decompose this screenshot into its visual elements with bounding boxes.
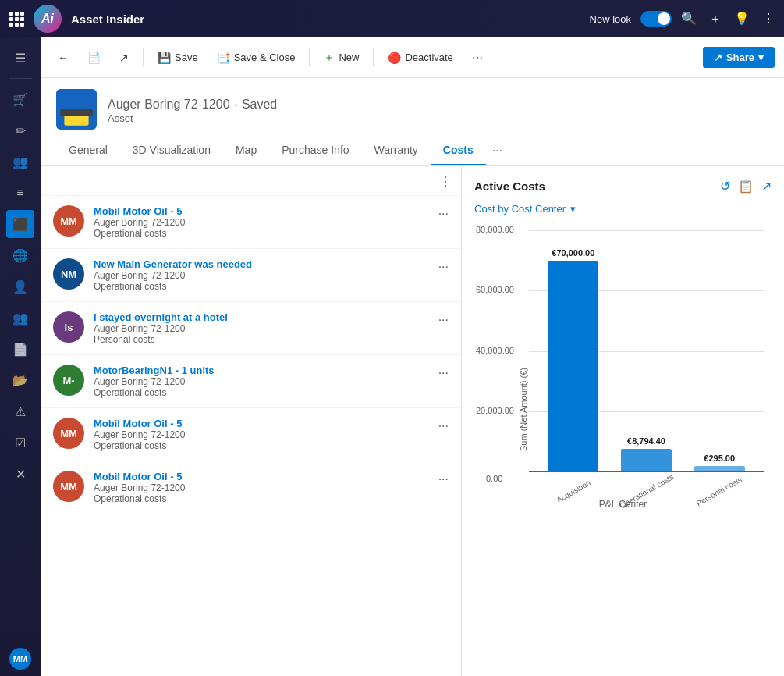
sidebar-item-warning[interactable]: ⚠ <box>6 397 34 425</box>
record-info: Auger Boring 72-1200 - Saved Asset <box>108 94 277 124</box>
share-chevron-icon: ▾ <box>758 52 764 63</box>
cost-item-avatar: M- <box>53 365 84 396</box>
save-icon: 💾 <box>158 52 171 64</box>
cost-item-type: Operational costs <box>94 493 429 504</box>
new-icon: ＋ <box>324 51 335 65</box>
cost-item-asset: Auger Boring 72-1200 <box>94 217 429 228</box>
x-labels: Acquisition Operational costs Personal c… <box>529 486 764 496</box>
back-icon: ← <box>58 52 69 64</box>
chart-panel: Active Costs ↺ 📋 ↗ Cost by Cost Center ▾… <box>462 166 784 676</box>
save-button[interactable]: 💾 Save <box>150 47 206 69</box>
record-saved-label: - Saved <box>234 98 277 111</box>
sidebar-item-user[interactable]: 👤 <box>6 272 34 301</box>
tab-costs[interactable]: Costs <box>431 136 486 165</box>
sidebar-item-list[interactable]: ≡ <box>6 179 34 207</box>
toolbar: ← 📄 ↗ 💾 Save 📑 Save & Close ＋ New 🔴 Deac… <box>41 37 784 78</box>
record-title: Auger Boring 72-1200 - Saved <box>108 94 277 112</box>
sidebar-item-doc[interactable]: 📄 <box>6 335 34 363</box>
save-close-button[interactable]: 📑 Save & Close <box>209 47 303 69</box>
app-grid-icon[interactable] <box>9 12 24 27</box>
new-button[interactable]: ＋ New <box>316 46 367 69</box>
cost-item-asset: Auger Boring 72-1200 <box>94 270 429 281</box>
cost-item-menu-button[interactable]: ··· <box>438 419 449 433</box>
more-icon[interactable]: ⋮ <box>762 11 775 27</box>
user-avatar[interactable]: MM <box>9 648 31 670</box>
cost-item-details: MotorBearingN1 - 1 units Auger Boring 72… <box>94 365 429 398</box>
tab-bar: General 3D Visualization Map Purchase In… <box>56 136 768 165</box>
cost-item-menu-button[interactable]: ··· <box>438 366 449 380</box>
refresh-icon[interactable]: ↺ <box>720 179 730 194</box>
y-axis-label: Sum (Net Amount) (€) <box>519 368 528 451</box>
list-item: Is I stayed overnight at a hotel Auger B… <box>41 302 461 355</box>
sidebar-item-folder[interactable]: 📂 <box>6 366 34 394</box>
share-button[interactable]: ↗ Share ▾ <box>703 47 775 68</box>
save-close-icon: 📑 <box>217 52 230 64</box>
left-sidebar: ☰ 🛒 ✏ 👥 ≡ ⬛ 🌐 👤 👥 📄 📂 ⚠ ☑ ✕ MM <box>0 37 41 676</box>
list-item: MM Mobil Motor Oil - 5 Auger Boring 72-1… <box>41 461 461 514</box>
cost-item-type: Personal costs <box>94 334 429 345</box>
sidebar-item-hamburger[interactable]: ☰ <box>6 44 34 72</box>
sidebar-item-cart[interactable]: 🛒 <box>6 85 34 113</box>
cost-item-name[interactable]: Mobil Motor Oil - 5 <box>94 471 429 482</box>
cost-item-menu-button[interactable]: ··· <box>438 207 449 221</box>
cost-item-menu-button[interactable]: ··· <box>438 260 449 274</box>
cost-item-menu-button[interactable]: ··· <box>438 472 449 486</box>
sidebar-item-x[interactable]: ✕ <box>6 460 34 488</box>
cost-item-asset: Auger Boring 72-1200 <box>94 323 429 334</box>
cost-item-name[interactable]: I stayed overnight at a hotel <box>94 311 429 323</box>
form-view-button[interactable]: 📄 <box>80 47 108 69</box>
cost-item-name[interactable]: Mobil Motor Oil - 5 <box>94 418 429 429</box>
tab-3d[interactable]: 3D Visualization <box>120 136 223 165</box>
list-item: M- MotorBearingN1 - 1 units Auger Boring… <box>41 355 461 408</box>
list-item: MM Mobil Motor Oil - 5 Auger Boring 72-1… <box>41 196 461 249</box>
toolbar-divider-2 <box>309 48 310 67</box>
chart-filter-dropdown[interactable]: Cost by Cost Center ▾ <box>474 203 772 215</box>
add-icon[interactable]: ＋ <box>709 11 722 27</box>
deactivate-icon: 🔴 <box>388 52 401 64</box>
sidebar-divider-1 <box>9 78 32 79</box>
sidebar-item-people[interactable]: 👥 <box>6 148 34 176</box>
cost-item-avatar: NM <box>53 258 84 290</box>
tab-more[interactable]: ··· <box>486 136 509 165</box>
open-window-button[interactable]: ↗ <box>112 47 137 69</box>
chart-header: Active Costs ↺ 📋 ↗ <box>474 179 772 194</box>
sidebar-item-group[interactable]: 👥 <box>6 304 34 332</box>
list-more-button[interactable]: ⋮ <box>439 174 452 189</box>
bar-operational-rect <box>621 449 672 472</box>
expand-icon[interactable]: ↗ <box>761 179 772 194</box>
more-icon: ⋯ <box>472 52 483 64</box>
bar-operational-value: €8,794.40 <box>627 436 665 446</box>
sidebar-item-edit[interactable]: ✏ <box>6 116 34 144</box>
cost-item-details: Mobil Motor Oil - 5 Auger Boring 72-1200… <box>94 471 429 504</box>
new-look-toggle[interactable] <box>640 11 672 27</box>
cost-item-asset: Auger Boring 72-1200 <box>94 482 429 493</box>
sidebar-item-layers[interactable]: ⬛ <box>6 210 34 238</box>
save-label: Save <box>175 52 198 63</box>
sidebar-item-check[interactable]: ☑ <box>6 429 34 457</box>
export-icon[interactable]: 📋 <box>738 179 754 194</box>
more-options-button[interactable]: ⋯ <box>464 47 491 69</box>
back-button[interactable]: ← <box>50 47 76 69</box>
search-icon[interactable]: 🔍 <box>681 11 697 27</box>
content-area: ⋮ MM Mobil Motor Oil - 5 Auger Boring 72… <box>41 166 784 676</box>
cost-item-name[interactable]: New Main Generator was needed <box>94 258 429 270</box>
cost-item-avatar: MM <box>53 418 84 449</box>
tab-map[interactable]: Map <box>223 136 269 165</box>
cost-item-menu-button[interactable]: ··· <box>438 313 449 327</box>
sidebar-item-globe[interactable]: 🌐 <box>6 241 34 269</box>
tab-purchase-info[interactable]: Purchase Info <box>269 136 361 165</box>
cost-item-name[interactable]: Mobil Motor Oil - 5 <box>94 205 429 217</box>
cost-item-details: Mobil Motor Oil - 5 Auger Boring 72-1200… <box>94 418 429 451</box>
bar-acquisition-value: €70,000.00 <box>552 248 594 258</box>
cost-item-name[interactable]: MotorBearingN1 - 1 units <box>94 365 429 376</box>
app-title: Asset Insider <box>71 12 580 26</box>
tab-general[interactable]: General <box>56 136 120 165</box>
cost-item-type: Operational costs <box>94 281 429 292</box>
tab-warranty[interactable]: Warranty <box>362 136 431 165</box>
main-area: ← 📄 ↗ 💾 Save 📑 Save & Close ＋ New 🔴 Deac… <box>41 37 784 676</box>
cost-items-list: MM Mobil Motor Oil - 5 Auger Boring 72-1… <box>41 196 461 514</box>
filter-chevron-icon: ▾ <box>570 203 576 215</box>
deactivate-button[interactable]: 🔴 Deactivate <box>380 47 460 69</box>
lightbulb-icon[interactable]: 💡 <box>734 11 750 27</box>
open-icon: ↗ <box>119 52 129 64</box>
